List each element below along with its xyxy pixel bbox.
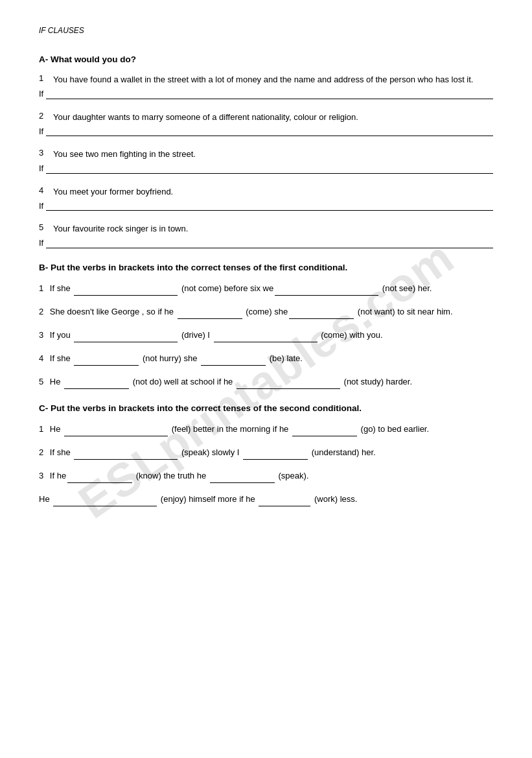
exercise-item: 4 If she (not hurry) she (be) late. bbox=[39, 351, 493, 366]
blank-field[interactable] bbox=[64, 427, 168, 436]
answer-line[interactable] bbox=[46, 200, 493, 211]
if-label: If bbox=[39, 89, 43, 99]
exercise-text: (not come) before six we bbox=[179, 283, 273, 293]
blank-field[interactable] bbox=[74, 450, 178, 460]
question-item: 4 You meet your former boyfriend. If bbox=[39, 185, 493, 211]
exercise-item: 2 She doesn't like George , so if he (co… bbox=[39, 305, 493, 319]
if-label: If bbox=[39, 238, 43, 248]
exercise-text: (not do) well at school if he bbox=[130, 377, 235, 386]
exercise-text: (enjoy) himself more if he bbox=[158, 494, 257, 504]
exercise-text: (not see) her. bbox=[380, 283, 432, 293]
exercise-number: 2 bbox=[39, 307, 43, 316]
exercise-text: He bbox=[50, 424, 63, 434]
answer-line[interactable] bbox=[46, 89, 493, 99]
blank-field[interactable] bbox=[67, 473, 132, 483]
blank-field[interactable] bbox=[292, 427, 357, 436]
exercise-text: (work) less. bbox=[312, 494, 357, 504]
exercise-item: 3 If you (drive) I (come) with you. bbox=[39, 328, 493, 342]
question-number: 4 bbox=[39, 185, 53, 195]
answer-line[interactable] bbox=[46, 238, 493, 248]
exercise-text: (speak) slowly I bbox=[179, 447, 242, 457]
exercise-text: (not want) to sit near him. bbox=[355, 307, 452, 316]
exercise-text: He bbox=[50, 377, 63, 386]
exercise-item: 1 He (feel) better in the morning if he … bbox=[39, 422, 493, 436]
blank-field[interactable] bbox=[243, 450, 308, 460]
exercise-item: 1 If she (not come) before six we (not s… bbox=[39, 281, 493, 296]
blank-field[interactable] bbox=[74, 286, 178, 296]
blank-field[interactable] bbox=[74, 333, 178, 342]
page-title: IF CLAUSES bbox=[39, 26, 493, 35]
exercise-text: (understand) her. bbox=[309, 447, 376, 457]
blank-field[interactable] bbox=[74, 356, 139, 366]
section-c: C- Put the verbs in brackets into the co… bbox=[39, 403, 493, 506]
exercise-text: If she bbox=[50, 283, 73, 293]
exercise-text: He bbox=[39, 494, 52, 504]
question-text: You meet your former boyfriend. bbox=[53, 185, 493, 198]
blank-field[interactable] bbox=[237, 379, 340, 389]
exercise-text: (not study) harder. bbox=[341, 377, 412, 386]
exercise-number: 1 bbox=[39, 424, 43, 434]
exercise-number: 5 bbox=[39, 377, 43, 386]
if-label: If bbox=[39, 201, 43, 211]
question-number: 2 bbox=[39, 111, 53, 121]
section-a-title: A- What would you do? bbox=[39, 54, 493, 64]
blank-field[interactable] bbox=[214, 333, 318, 342]
blank-field[interactable] bbox=[210, 473, 275, 483]
exercise-text: (drive) I bbox=[179, 330, 212, 340]
exercise-item: 5 He (not do) well at school if he (not … bbox=[39, 375, 493, 389]
if-label: If bbox=[39, 163, 43, 173]
exercise-item: 2 If she (speak) slowly I (understand) h… bbox=[39, 445, 493, 460]
exercise-number: 3 bbox=[39, 330, 43, 340]
question-text: You have found a wallet in the street wi… bbox=[53, 73, 493, 86]
exercise-text: She doesn't like George , so if he bbox=[50, 307, 176, 316]
question-number: 3 bbox=[39, 148, 53, 158]
exercise-text: If she bbox=[50, 447, 73, 457]
exercise-text: If he bbox=[50, 471, 66, 480]
question-text: Your daughter wants to marry someone of … bbox=[53, 111, 493, 124]
question-number: 1 bbox=[39, 73, 53, 83]
exercise-text: (be) late. bbox=[267, 353, 303, 363]
exercise-text: (speak). bbox=[276, 471, 309, 480]
question-item: 3 You see two men fighting in the street… bbox=[39, 148, 493, 174]
answer-line[interactable] bbox=[46, 126, 493, 136]
exercise-number: 1 bbox=[39, 283, 43, 293]
section-b: B- Put the verbs in brackets into the co… bbox=[39, 263, 493, 389]
blank-field[interactable] bbox=[275, 286, 378, 296]
exercise-text: (come) with you. bbox=[319, 330, 383, 340]
if-label: If bbox=[39, 126, 43, 136]
question-item: 1 You have found a wallet in the street … bbox=[39, 73, 493, 99]
exercise-item: He (enjoy) himself more if he (work) les… bbox=[39, 492, 493, 506]
section-b-title: B- Put the verbs in brackets into the co… bbox=[39, 263, 493, 272]
question-number: 5 bbox=[39, 222, 53, 232]
question-text: You see two men fighting in the street. bbox=[53, 148, 493, 161]
answer-line[interactable] bbox=[46, 163, 493, 174]
section-a: A- What would you do? 1 You have found a… bbox=[39, 54, 493, 248]
blank-field[interactable] bbox=[259, 497, 310, 506]
exercise-text: (know) the truth he bbox=[133, 471, 209, 480]
exercise-text: If you bbox=[50, 330, 73, 340]
exercise-number: 4 bbox=[39, 353, 43, 363]
section-c-title: C- Put the verbs in brackets into the co… bbox=[39, 403, 493, 413]
exercise-item: 3 If he (know) the truth he (speak). bbox=[39, 469, 493, 483]
question-item: 2 Your daughter wants to marry someone o… bbox=[39, 111, 493, 137]
exercise-number: 2 bbox=[39, 447, 43, 457]
question-text: Your favourite rock singer is in town. bbox=[53, 222, 493, 235]
blank-field[interactable] bbox=[53, 497, 157, 506]
exercise-text: (not hurry) she bbox=[140, 353, 200, 363]
blank-field[interactable] bbox=[201, 356, 266, 366]
exercise-number: 3 bbox=[39, 471, 43, 480]
blank-field[interactable] bbox=[178, 309, 242, 319]
exercise-text: If she bbox=[50, 353, 73, 363]
exercise-text: (feel) better in the morning if he bbox=[169, 424, 291, 434]
blank-field[interactable] bbox=[289, 309, 354, 319]
exercise-text: (come) she bbox=[244, 307, 288, 316]
blank-field[interactable] bbox=[64, 379, 129, 389]
exercise-text: (go) to bed earlier. bbox=[358, 424, 429, 434]
question-item: 5 Your favourite rock singer is in town.… bbox=[39, 222, 493, 248]
